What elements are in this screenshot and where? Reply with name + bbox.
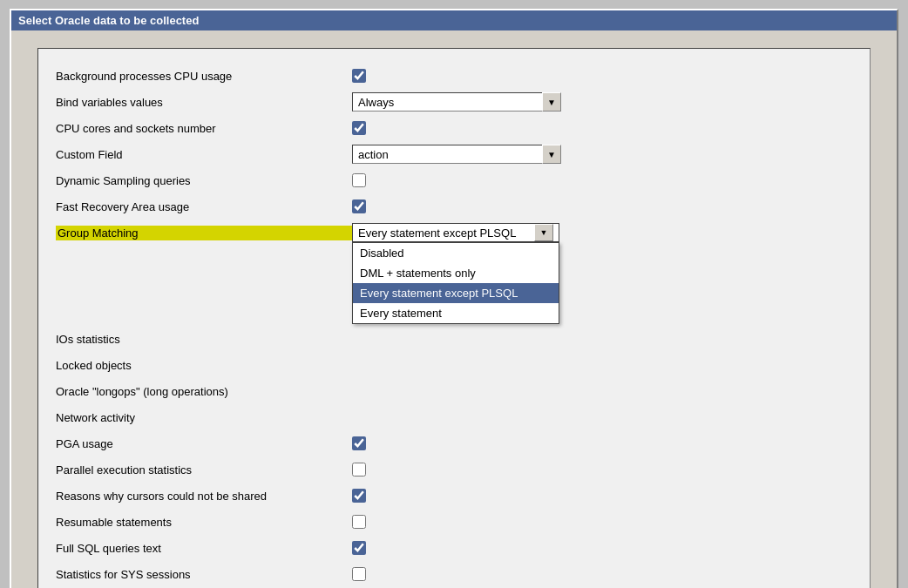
control-background-cpu <box>352 69 366 83</box>
dialog-content: Background processes CPU usage Bind vari… <box>11 30 897 588</box>
label-fast-recovery: Fast Recovery Area usage <box>56 200 352 213</box>
checkbox-sys-sessions[interactable] <box>352 567 366 581</box>
row-cpu-cores: CPU cores and sockets number <box>56 118 852 138</box>
select-wrapper-custom: action module client_info ▼ <box>352 145 561 164</box>
label-cpu-cores: CPU cores and sockets number <box>56 122 352 135</box>
dropdown-trigger-group-matching[interactable]: Every statement except PLSQL ▼ <box>352 223 559 242</box>
label-parallel-execution: Parallel execution statistics <box>56 463 352 476</box>
row-pga-usage: PGA usage <box>56 434 852 453</box>
row-resumable-statements: Resumable statements <box>56 512 852 531</box>
label-ios-statistics: IOs statistics <box>56 333 352 346</box>
label-custom-field: Custom Field <box>56 148 352 161</box>
control-fast-recovery <box>352 199 366 213</box>
control-cursors-shared <box>352 489 366 503</box>
label-background-cpu: Background processes CPU usage <box>56 70 352 83</box>
label-network-activity: Network activity <box>56 411 352 424</box>
control-group-matching: Every statement except PLSQL ▼ Disabled … <box>352 223 559 242</box>
row-cursors-shared: Reasons why cursors could not be shared <box>56 486 852 505</box>
label-dynamic-sampling: Dynamic Sampling queries <box>56 174 352 187</box>
control-resumable-statements <box>352 515 366 529</box>
row-background-cpu: Background processes CPU usage <box>56 66 852 85</box>
control-pga-usage <box>352 436 366 450</box>
checkbox-cursors-shared[interactable] <box>352 489 366 503</box>
dropdown-item-every-statement[interactable]: Every statement <box>353 303 559 323</box>
checkbox-pga-usage[interactable] <box>352 436 366 450</box>
row-group-matching: Group Matching Every statement except PL… <box>56 223 852 242</box>
checkbox-background-cpu[interactable] <box>352 69 366 83</box>
select-wrapper-bind: Always Never On change ▼ <box>352 92 561 112</box>
row-parallel-execution: Parallel execution statistics <box>56 460 852 479</box>
checkbox-full-sql-queries[interactable] <box>352 541 366 555</box>
label-resumable-statements: Resumable statements <box>56 516 352 529</box>
chevron-down-icon-group[interactable]: ▼ <box>534 224 553 241</box>
select-custom-field[interactable]: action module client_info <box>352 145 561 164</box>
row-oracle-longops: Oracle "longops" (long operations) <box>56 382 852 401</box>
dropdown-trigger-text: Every statement except PLSQL <box>358 226 534 240</box>
checkbox-resumable-statements[interactable] <box>352 515 366 529</box>
control-cpu-cores <box>352 121 366 135</box>
control-sys-sessions <box>352 567 366 581</box>
row-locked-objects: Locked objects <box>56 355 852 375</box>
control-custom-field: action module client_info ▼ <box>352 145 561 164</box>
checkbox-dynamic-sampling[interactable] <box>352 173 366 187</box>
label-locked-objects: Locked objects <box>56 359 352 372</box>
control-bind-variables: Always Never On change ▼ <box>352 92 561 112</box>
row-network-activity: Network activity <box>56 408 852 427</box>
label-group-matching: Group Matching <box>56 226 352 240</box>
dialog-title: Select Oracle data to be collected <box>11 10 897 30</box>
label-sys-sessions: Statistics for SYS sessions <box>56 568 352 581</box>
row-bind-variables: Bind variables values Always Never On ch… <box>56 92 852 112</box>
control-parallel-execution <box>352 463 366 476</box>
row-dynamic-sampling: Dynamic Sampling queries <box>56 171 852 190</box>
label-cursors-shared: Reasons why cursors could not be shared <box>56 490 352 503</box>
checkbox-cpu-cores[interactable] <box>352 121 366 135</box>
checkbox-parallel-execution[interactable] <box>352 463 366 476</box>
select-bind-variables[interactable]: Always Never On change <box>352 92 561 112</box>
dropdown-item-disabled[interactable]: Disabled <box>353 243 559 263</box>
dropdown-list-group-matching: Disabled DML + statements only Every sta… <box>352 242 559 324</box>
dropdown-item-every-except-plsql[interactable]: Every statement except PLSQL <box>353 283 559 303</box>
label-full-sql-queries: Full SQL queries text <box>56 542 352 555</box>
dropdown-item-dml[interactable]: DML + statements only <box>353 263 559 283</box>
row-ios-statistics: IOs statistics <box>56 329 852 348</box>
form-container: Background processes CPU usage Bind vari… <box>37 48 871 588</box>
main-dialog: Select Oracle data to be collected Backg… <box>10 9 898 588</box>
control-dynamic-sampling <box>352 173 366 187</box>
label-bind-variables: Bind variables values <box>56 96 352 109</box>
row-sys-sessions: Statistics for SYS sessions <box>56 564 852 584</box>
row-custom-field: Custom Field action module client_info ▼ <box>56 145 852 164</box>
row-full-sql-queries: Full SQL queries text <box>56 538 852 558</box>
label-pga-usage: PGA usage <box>56 437 352 450</box>
control-full-sql-queries <box>352 541 366 555</box>
label-oracle-longops: Oracle "longops" (long operations) <box>56 385 352 398</box>
checkbox-fast-recovery[interactable] <box>352 199 366 213</box>
row-fast-recovery: Fast Recovery Area usage <box>56 197 852 216</box>
